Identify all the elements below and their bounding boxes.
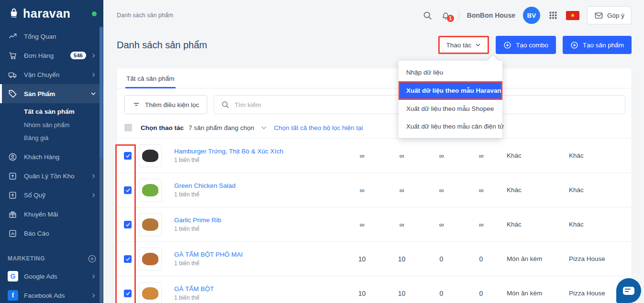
sidebar-item-khach-hang[interactable]: Khách Hàng bbox=[0, 147, 103, 166]
menu-item-xuat-haravan[interactable]: Xuất dữ liệu theo mẫu Haravan bbox=[399, 81, 502, 100]
search-icon[interactable] bbox=[422, 10, 433, 21]
table-row: Hamburger Trứng, Thịt Bò & Xúc Xích 1 bi… bbox=[117, 138, 632, 173]
stock-value: 0 bbox=[422, 290, 461, 297]
sidebar-subitem-tat-ca-san-pham[interactable]: Tất cả sản phẩm bbox=[0, 104, 103, 119]
table-row: GÀ TẨM BỘT 1 biến thể 10 10 0 0 Món ăn k… bbox=[117, 276, 632, 303]
logo[interactable]: haravan bbox=[0, 0, 103, 27]
sidebar-item-bao-cao[interactable]: Báo Cáo bbox=[0, 224, 103, 243]
actions-dropdown-menu: Nhập dữ liệu Xuất dữ liệu theo mẫu Harav… bbox=[399, 61, 502, 138]
stock-value: ∞ bbox=[382, 152, 422, 160]
sidebar-item-van-chuyen[interactable]: Vận Chuyển bbox=[0, 65, 103, 84]
actions-dropdown-button[interactable]: Thao tác bbox=[438, 36, 489, 54]
stock-value: 0 bbox=[422, 255, 461, 263]
sidebar-subitem-nhom-san-pham[interactable]: Nhóm sản phẩm bbox=[0, 119, 103, 131]
product-name-link[interactable]: GÀ TẨM BỘT PHÔ MAI bbox=[174, 251, 342, 258]
stock-value: 0 bbox=[461, 255, 501, 263]
product-category: Khác bbox=[501, 186, 563, 194]
row-checkbox[interactable] bbox=[124, 290, 132, 297]
product-variant-count: 1 biến thể bbox=[174, 226, 342, 232]
facebook-ads-icon: f bbox=[8, 290, 18, 301]
sidebar-item-google-ads[interactable]: G Google Ads bbox=[0, 267, 103, 286]
notification-bell-icon[interactable]: 1 bbox=[441, 10, 451, 21]
avatar[interactable]: BV bbox=[523, 7, 540, 24]
chevron-down-icon[interactable] bbox=[261, 125, 267, 131]
product-thumbnail[interactable] bbox=[139, 248, 162, 271]
topbar: Danh sách sản phẩm 1 BonBon House BV ★ G… bbox=[103, 0, 644, 31]
stock-value: ∞ bbox=[382, 221, 422, 228]
add-filter-button[interactable]: Thêm điều kiện lọc bbox=[124, 95, 207, 114]
sidebar-item-facebook-ads[interactable]: f Facebook Ads bbox=[0, 286, 103, 303]
menu-item-xuat-shopee[interactable]: Xuất dữ liệu theo mẫu Shopee bbox=[399, 100, 502, 118]
haravan-bag-icon bbox=[8, 7, 20, 20]
chevron-right-icon bbox=[90, 173, 97, 179]
sidebar-scrollbar[interactable] bbox=[100, 27, 103, 303]
report-chart-icon bbox=[8, 228, 17, 238]
logo-text: haravan bbox=[23, 7, 70, 21]
bulk-action-label[interactable]: Chọn thao tác bbox=[141, 124, 184, 131]
table-row: GÀ TẨM BỘT PHÔ MAI 1 biến thể 10 10 0 0 … bbox=[117, 241, 632, 276]
cart-icon bbox=[8, 51, 17, 60]
breadcrumb: Danh sách sản phẩm bbox=[117, 12, 173, 19]
stock-value: 10 bbox=[342, 290, 382, 297]
product-thumbnail[interactable] bbox=[139, 179, 162, 202]
product-vendor: Khác bbox=[563, 221, 632, 228]
stock-value: ∞ bbox=[342, 186, 382, 194]
row-checkbox[interactable] bbox=[124, 186, 132, 194]
select-all-checkbox[interactable] bbox=[124, 124, 132, 131]
product-vendor: Khác bbox=[563, 152, 632, 159]
product-category: Khác bbox=[501, 152, 563, 159]
san-pham-submenu: Tất cả sản phẩm Nhóm sản phẩm Bảng giá bbox=[0, 103, 103, 147]
product-category: Món ăn kèm bbox=[501, 255, 563, 262]
sidebar-subitem-bang-gia[interactable]: Bảng giá bbox=[0, 131, 103, 144]
chevron-right-icon bbox=[90, 71, 97, 78]
sidebar-item-don-hang[interactable]: Đơn Hàng 546 bbox=[0, 46, 103, 65]
add-channel-icon[interactable] bbox=[87, 254, 97, 263]
chevron-right-icon bbox=[90, 52, 97, 59]
product-name-link[interactable]: Garlic Prime Rib bbox=[174, 216, 342, 224]
table-row: Green Chicken Salad 1 biến thể ∞ ∞ ∞ ∞ K… bbox=[117, 173, 632, 207]
product-name-link[interactable]: Hamburger Trứng, Thịt Bò & Xúc Xích bbox=[174, 148, 342, 155]
vietnam-flag-icon[interactable]: ★ bbox=[566, 11, 579, 20]
select-all-filter-link[interactable]: Chọn tất cả theo bộ lọc hiện tại bbox=[274, 124, 363, 131]
apps-grid-icon[interactable] bbox=[548, 10, 558, 21]
customer-icon bbox=[8, 152, 17, 162]
cash-box-icon bbox=[8, 190, 17, 200]
sidebar-item-khuyen-mai[interactable]: Khuyến Mãi bbox=[0, 205, 103, 224]
feedback-button[interactable]: Góp ý bbox=[587, 6, 632, 24]
page-header-actions: Thao tác Tạo combo Tạo sản phẩm bbox=[438, 36, 632, 54]
product-thumbnail[interactable] bbox=[139, 282, 162, 303]
truck-icon bbox=[8, 70, 17, 79]
product-vendor: Pizza House bbox=[563, 255, 632, 262]
tab-all-products[interactable]: Tất cả sản phẩm bbox=[125, 75, 176, 88]
menu-item-xuat-can-dien-tu[interactable]: Xuất dữ liệu theo mẫu cân điện tử bbox=[399, 118, 502, 135]
sidebar-item-quan-ly-ton-kho[interactable]: Quản Lý Tồn Kho bbox=[0, 166, 103, 185]
gift-icon bbox=[8, 209, 17, 219]
menu-item-nhap-du-lieu[interactable]: Nhập dữ liệu bbox=[399, 64, 502, 81]
page-header: Danh sách sản phẩm Thao tác Tạo combo Tạ… bbox=[117, 34, 632, 55]
plus-circle-icon bbox=[570, 41, 578, 49]
chevron-down-icon bbox=[90, 90, 97, 97]
row-checkbox[interactable] bbox=[124, 152, 132, 160]
sidebar-item-so-quy[interactable]: Sổ Quỹ bbox=[0, 185, 103, 205]
inventory-box-icon bbox=[8, 171, 17, 181]
marketing-section-label: MARKETING bbox=[8, 255, 87, 262]
row-checkbox[interactable] bbox=[124, 255, 132, 263]
create-combo-button[interactable]: Tạo combo bbox=[496, 36, 556, 54]
row-checkbox[interactable] bbox=[124, 221, 132, 228]
product-thumbnail[interactable] bbox=[139, 213, 162, 236]
sidebar-item-san-pham[interactable]: Sản Phẩm bbox=[0, 84, 103, 103]
product-variant-count: 1 biến thể bbox=[174, 191, 342, 198]
chat-launcher-button[interactable] bbox=[616, 278, 641, 303]
stock-value: 10 bbox=[342, 255, 382, 263]
product-name-link[interactable]: GÀ TẨM BỘT bbox=[174, 285, 342, 292]
topbar-actions: 1 BonBon House BV ★ Góp ý bbox=[422, 6, 632, 24]
product-name-link[interactable]: Green Chicken Salad bbox=[174, 182, 342, 189]
sidebar-item-tong-quan[interactable]: Tổng Quan bbox=[0, 27, 103, 46]
stock-value: ∞ bbox=[382, 186, 422, 194]
product-thumbnail[interactable] bbox=[139, 144, 162, 167]
sidebar-scrollbar-thumb[interactable] bbox=[100, 27, 103, 159]
stock-value: 10 bbox=[382, 255, 422, 263]
store-name[interactable]: BonBon House bbox=[467, 11, 515, 19]
filter-icon bbox=[133, 101, 140, 108]
create-product-button[interactable]: Tạo sản phẩm bbox=[563, 36, 632, 54]
